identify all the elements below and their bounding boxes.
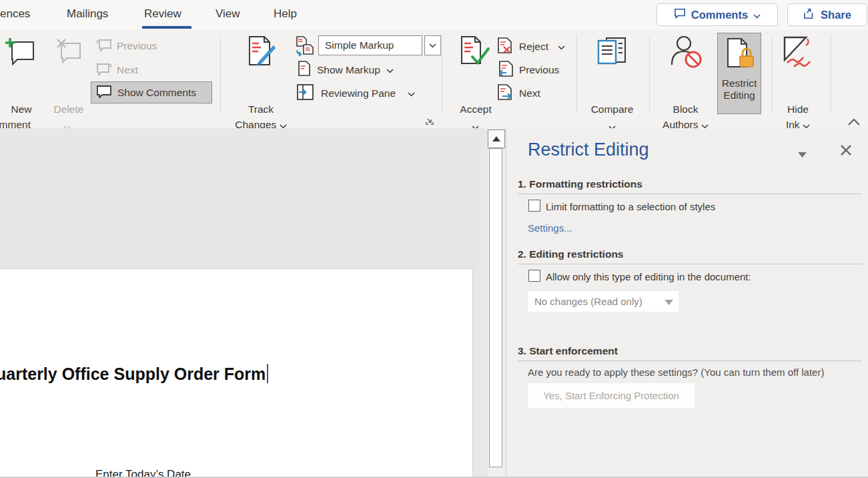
active-tab-underline (142, 26, 191, 29)
track-changes-icon (244, 61, 278, 72)
divider (518, 361, 862, 361)
restrict-editing-pane: Restrict Editing 1. Formatting restricti… (506, 128, 868, 478)
previous-change-button[interactable]: Previous (497, 60, 559, 80)
dropdown-arrow-icon (665, 296, 679, 308)
settings-link[interactable]: Settings... (528, 222, 572, 234)
block-authors-icon (668, 61, 703, 72)
show-markup-icon (298, 60, 311, 79)
new-comment-icon (4, 61, 39, 72)
divider (518, 264, 862, 264)
next-change-icon (497, 83, 514, 103)
group-separator (772, 35, 773, 113)
scroll-up-button[interactable] (488, 130, 505, 148)
allow-editing-checkbox[interactable] (528, 270, 540, 282)
restrict-editing-icon (724, 37, 755, 75)
new-comment-button[interactable] (4, 37, 39, 73)
chevron-down-icon (558, 41, 565, 53)
reviewing-pane-icon (296, 83, 314, 103)
tab-help[interactable]: Help (274, 7, 297, 21)
display-for-review-dropdown[interactable]: Simple Markup (318, 35, 422, 55)
reject-label: Reject (519, 41, 548, 53)
accept-button[interactable] (458, 35, 491, 73)
tab-references[interactable]: ences (0, 7, 30, 21)
delete-comment-icon (53, 58, 84, 69)
group-separator (831, 35, 831, 113)
document-title: uarterly Office Supply Order Form (0, 364, 268, 384)
menu-bar: ences Mailings Review View Help Comments… (0, 0, 868, 30)
comments-button-label: Comments (691, 9, 748, 21)
show-markup-label: Show Markup (317, 64, 380, 76)
accept-label: Accept (446, 103, 506, 115)
scrollbar-thumb[interactable] (489, 148, 502, 467)
block-authors-button[interactable] (668, 34, 703, 73)
share-button-label: Share (821, 9, 851, 21)
document-page[interactable]: uarterly Office Supply Order Form Enter … (0, 268, 473, 478)
delete-comment-label: Delete (47, 103, 91, 115)
comments-button[interactable]: Comments (657, 3, 778, 26)
track-changes-label-line1: Track (237, 103, 285, 115)
accept-icon (458, 61, 491, 72)
tab-review[interactable]: Review (144, 7, 181, 21)
restrict-editing-label-line1: Restrict (718, 77, 761, 89)
editing-type-value: No changes (Read only) (528, 296, 665, 307)
reviewing-pane-label: Reviewing Pane (321, 87, 396, 99)
ribbon: New omment Delete Previous Next Show Com… (0, 30, 868, 129)
document-canvas: uarterly Office Supply Order Form Enter … (0, 128, 506, 478)
delete-comment-button[interactable] (53, 37, 84, 70)
previous-change-icon (497, 60, 514, 80)
display-for-review-value: Simple Markup (325, 39, 394, 51)
next-comment-icon (96, 61, 112, 79)
start-enforcing-protection-button[interactable]: Yes, Start Enforcing Protection (528, 383, 695, 408)
hide-ink-label-line1: Hide (774, 103, 822, 115)
next-comment-button[interactable]: Next (96, 61, 138, 79)
divider (518, 194, 862, 194)
tab-mailings[interactable]: Mailings (67, 7, 108, 21)
reject-button[interactable]: Reject (497, 37, 565, 57)
editing-type-dropdown[interactable]: No changes (Read only) (528, 291, 679, 312)
compare-label: Compare (580, 103, 644, 115)
compare-icon (594, 61, 629, 72)
chevron-down-icon (753, 9, 761, 21)
previous-comment-label: Previous (117, 40, 157, 52)
text-cursor (267, 364, 268, 383)
group-separator (649, 35, 650, 113)
next-change-button[interactable]: Next (497, 83, 540, 103)
enforcement-question: Are you ready to apply these settings? (… (528, 367, 824, 378)
restrict-editing-button[interactable]: Restrict Editing (717, 33, 761, 114)
show-comments-icon (96, 85, 112, 101)
editing-restrictions-heading: 2. Editing restrictions (518, 248, 623, 260)
previous-change-label: Previous (519, 64, 559, 76)
previous-comment-button[interactable]: Previous (96, 37, 157, 55)
limit-formatting-label: Limit formatting to a selection of style… (546, 201, 715, 212)
reviewing-pane-button[interactable]: Reviewing Pane (296, 83, 415, 103)
pane-options-chevron-icon[interactable] (798, 148, 807, 160)
display-for-review-dropdown-arrow[interactable] (424, 35, 441, 55)
reject-icon (497, 37, 514, 57)
collapse-ribbon-button[interactable] (847, 117, 861, 129)
tab-view[interactable]: View (215, 7, 240, 21)
formatting-restrictions-heading: 1. Formatting restrictions (518, 178, 642, 190)
tracking-dialog-launcher-icon[interactable] (424, 115, 435, 129)
group-separator (442, 35, 442, 113)
show-comments-button[interactable]: Show Comments (91, 81, 212, 103)
next-comment-label: Next (117, 64, 138, 76)
hide-ink-button[interactable] (782, 35, 815, 71)
new-comment-label-line1: New (4, 103, 39, 115)
allow-editing-label: Allow only this type of editing in the d… (546, 271, 751, 282)
chevron-down-icon (386, 64, 394, 76)
show-markup-button[interactable]: Show Markup (298, 60, 394, 79)
pane-title: Restrict Editing (528, 140, 649, 160)
share-button[interactable]: Share (787, 3, 867, 26)
share-icon (803, 8, 815, 22)
block-authors-label-line1: Block (661, 103, 711, 115)
compare-button[interactable] (594, 35, 629, 73)
comment-icon (674, 8, 686, 21)
chevron-down-icon (408, 87, 415, 99)
pane-close-icon[interactable] (840, 144, 852, 159)
next-change-label: Next (519, 87, 540, 99)
track-changes-button[interactable] (244, 35, 278, 73)
show-comments-label: Show Comments (117, 87, 196, 99)
limit-formatting-checkbox[interactable] (528, 200, 540, 212)
display-for-review-icon (296, 35, 316, 59)
restrict-editing-label-line2: Editing (718, 89, 761, 101)
